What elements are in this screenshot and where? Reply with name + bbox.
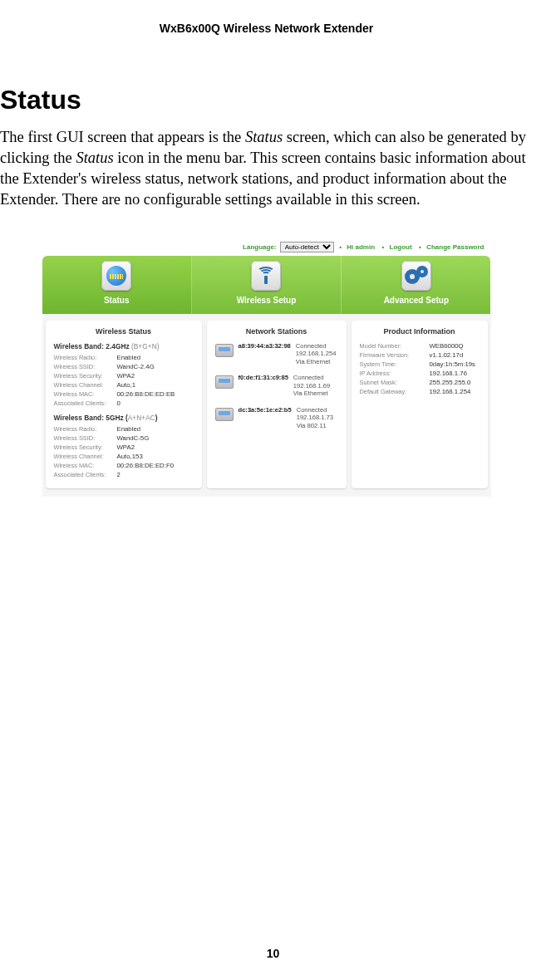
device-icon bbox=[215, 344, 234, 357]
kv-key: Wireless SSID: bbox=[54, 363, 117, 370]
kv-row: Wireless SSID:WandC-5G bbox=[54, 434, 194, 442]
para-pre: The first GUI screen that appears is the bbox=[0, 129, 245, 145]
kv-key: Wireless Radio: bbox=[54, 354, 117, 361]
band24-strong: Wireless Band: 2.4GHz bbox=[54, 342, 130, 350]
band24-rows: Wireless Radio:EnabledWireless SSID:Wand… bbox=[54, 354, 194, 407]
station-mac: f0:de:f1:31:c9:85 bbox=[239, 374, 288, 381]
kv-value: Auto,1 bbox=[117, 381, 136, 389]
nav-advanced-setup[interactable]: Advanced Setup bbox=[342, 256, 490, 314]
kv-key: Wireless Security: bbox=[54, 372, 117, 380]
bullet-icon: • bbox=[339, 243, 342, 251]
kv-row: Associated Clients:0 bbox=[54, 399, 194, 407]
kv-row: Model Number:WEB6000Q bbox=[360, 342, 480, 350]
kv-value: 00:26:B8:DE:ED:EB bbox=[117, 390, 175, 398]
station-info: Connected192.168.1.73Via 802.11 bbox=[297, 406, 333, 429]
device-icon bbox=[215, 408, 234, 421]
kv-value: WandC-5G bbox=[117, 434, 150, 442]
change-password-link[interactable]: Change Password bbox=[426, 243, 484, 251]
kv-row: Wireless Security:WPA2 bbox=[54, 443, 194, 451]
kv-row: Wireless SSID:WandC-2.4G bbox=[54, 363, 194, 370]
kv-key: Wireless Channel: bbox=[54, 381, 117, 389]
band5-mode: A+N+AC bbox=[128, 414, 155, 422]
band5-strong: Wireless Band: 5GHz ( bbox=[54, 414, 128, 422]
station-row: a8:39:44:a3:32:98Connected192.168.1.254V… bbox=[215, 342, 338, 365]
station-info: Connected192.168.1.254Via Ethernet bbox=[296, 342, 337, 365]
station-mac: a8:39:44:a3:32:98 bbox=[239, 342, 291, 350]
kv-value: WandC-2.4G bbox=[117, 363, 155, 370]
kv-value: WPA2 bbox=[117, 443, 135, 451]
band-24-heading: Wireless Band: 2.4GHz (B+G+N) bbox=[54, 342, 194, 350]
kv-key: Wireless Security: bbox=[54, 443, 117, 451]
kv-value: v1.1.02.17d bbox=[430, 351, 464, 359]
station-row: dc:3a:5e:1e:e2:b5Connected192.168.1.73Vi… bbox=[215, 406, 338, 429]
product-info-title: Product Information bbox=[360, 327, 480, 336]
kv-key: Wireless Channel: bbox=[54, 453, 117, 460]
band5-close: ) bbox=[155, 414, 158, 422]
network-stations-title: Network Stations bbox=[215, 327, 338, 336]
kv-key: Wireless Radio: bbox=[54, 425, 117, 433]
top-bar: Language: Auto-detect • Hi admin • Logou… bbox=[42, 240, 491, 256]
status-description: The first GUI screen that appears is the… bbox=[0, 127, 533, 210]
kv-row: IP Address:192.168.1.76 bbox=[360, 370, 480, 377]
kv-key: Associated Clients: bbox=[54, 471, 117, 478]
kv-value: 2 bbox=[117, 471, 121, 478]
stations-list: a8:39:44:a3:32:98Connected192.168.1.254V… bbox=[215, 342, 338, 429]
kv-row: Wireless Channel:Auto,153 bbox=[54, 453, 194, 460]
bullet-icon: • bbox=[381, 243, 384, 251]
kv-row: Wireless Radio:Enabled bbox=[54, 354, 194, 361]
station-row: f0:de:f1:31:c9:85Connected192.168.1.69Vi… bbox=[215, 374, 338, 397]
logout-link[interactable]: Logout bbox=[390, 243, 412, 251]
kv-value: 0 bbox=[117, 399, 121, 407]
station-info: Connected192.168.1.69Via Ethernet bbox=[293, 374, 330, 397]
band5-rows: Wireless Radio:EnabledWireless SSID:Wand… bbox=[54, 425, 194, 478]
kv-key: System Time: bbox=[360, 360, 430, 368]
kv-key: Default Gateway: bbox=[360, 388, 430, 395]
para-em1: Status bbox=[245, 129, 283, 145]
kv-value: 0day:1h:5m:19s bbox=[430, 360, 475, 368]
kv-value: Enabled bbox=[117, 425, 141, 433]
kv-key: Wireless SSID: bbox=[54, 434, 117, 442]
doc-header: WxB6x00Q Wireless Network Extender bbox=[0, 22, 533, 35]
kv-value: 00:26:B8:DE:ED:F0 bbox=[117, 462, 174, 469]
network-stations-panel: Network Stations a8:39:44:a3:32:98Connec… bbox=[207, 321, 347, 488]
kv-row: Wireless MAC:00:26:B8:DE:ED:F0 bbox=[54, 462, 194, 469]
kv-value: WEB6000Q bbox=[430, 342, 464, 350]
kv-key: Subnet Mask: bbox=[360, 379, 430, 386]
kv-key: Wireless MAC: bbox=[54, 462, 117, 469]
kv-row: Wireless Channel:Auto,1 bbox=[54, 381, 194, 389]
para-em2: Status bbox=[76, 149, 113, 166]
hi-admin-text: Hi admin bbox=[347, 243, 375, 251]
kv-row: Associated Clients:2 bbox=[54, 471, 194, 478]
band24-mode: (B+G+N) bbox=[131, 342, 160, 350]
nav-wireless-setup[interactable]: Wireless Setup bbox=[192, 256, 342, 314]
kv-value: Auto,153 bbox=[117, 453, 143, 460]
panels-row: Wireless Status Wireless Band: 2.4GHz (B… bbox=[42, 314, 491, 497]
status-screenshot: Language: Auto-detect • Hi admin • Logou… bbox=[42, 240, 491, 497]
kv-row: Default Gateway:192.168.1.254 bbox=[360, 388, 480, 395]
kv-row: Wireless Security:WPA2 bbox=[54, 372, 194, 380]
kv-key: Associated Clients: bbox=[54, 399, 117, 407]
bullet-icon: • bbox=[419, 243, 421, 251]
status-icon bbox=[101, 261, 131, 291]
kv-row: System Time:0day:1h:5m:19s bbox=[360, 360, 480, 368]
station-mac: dc:3a:5e:1e:e2:b5 bbox=[239, 406, 292, 414]
gears-icon bbox=[401, 261, 431, 291]
nav-status[interactable]: Status bbox=[42, 256, 192, 314]
product-info-rows: Model Number:WEB6000QFirmware Version:v1… bbox=[360, 342, 480, 395]
wireless-status-panel: Wireless Status Wireless Band: 2.4GHz (B… bbox=[46, 321, 202, 488]
product-info-panel: Product Information Model Number:WEB6000… bbox=[352, 321, 488, 488]
kv-value: 192.168.1.254 bbox=[430, 388, 471, 395]
language-select[interactable]: Auto-detect bbox=[280, 242, 334, 252]
kv-key: Firmware Version: bbox=[360, 351, 430, 359]
nav-wireless-label: Wireless Setup bbox=[237, 296, 297, 305]
wireless-status-title: Wireless Status bbox=[54, 327, 194, 336]
kv-key: Wireless MAC: bbox=[54, 390, 117, 398]
device-icon bbox=[215, 375, 234, 389]
kv-row: Firmware Version:v1.1.02.17d bbox=[360, 351, 480, 359]
kv-row: Subnet Mask:255.255.255.0 bbox=[360, 379, 480, 386]
kv-value: 255.255.255.0 bbox=[430, 379, 471, 386]
nav-bar: Status Wireless Setup Advanced Setup bbox=[42, 256, 491, 314]
kv-key: Model Number: bbox=[360, 342, 430, 350]
wireless-icon bbox=[251, 261, 281, 291]
kv-key: IP Address: bbox=[360, 370, 430, 377]
